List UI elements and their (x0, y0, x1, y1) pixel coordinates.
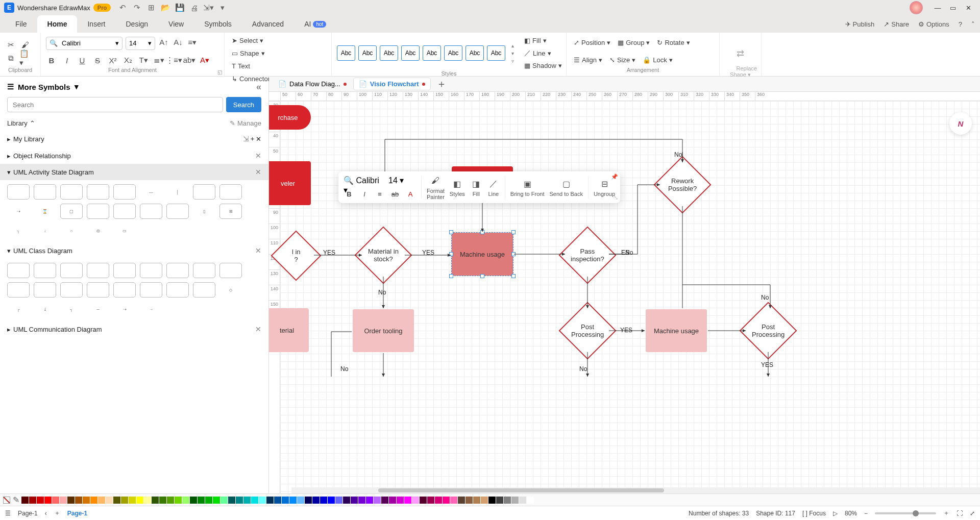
symbol-thumb[interactable]: ○ (60, 223, 83, 238)
menu-home[interactable]: Home (37, 15, 78, 33)
style-preset-3[interactable]: Abc (380, 45, 398, 61)
color-swatch[interactable] (60, 497, 67, 504)
text-tool[interactable]: TText (230, 61, 278, 71)
color-swatch[interactable] (458, 497, 465, 504)
float-bold-icon[interactable]: B (344, 189, 355, 199)
symbol-search-button[interactable]: Search (226, 97, 261, 112)
color-swatch[interactable] (504, 497, 511, 504)
color-swatch[interactable] (21, 497, 29, 504)
color-swatch[interactable] (37, 497, 44, 504)
color-swatch[interactable] (481, 497, 488, 504)
color-swatch[interactable] (90, 497, 97, 504)
float-strike-icon[interactable]: ab (389, 189, 401, 199)
color-swatch[interactable] (335, 497, 342, 504)
shape-partial-2[interactable]: veler (269, 161, 311, 205)
size-dropdown[interactable]: ⤡ Size ▾ (607, 55, 638, 65)
color-swatch[interactable] (106, 497, 113, 504)
symbol-thumb[interactable] (60, 184, 83, 200)
group-dropdown[interactable]: ▦ Group ▾ (616, 38, 652, 47)
symbol-thumb[interactable] (166, 282, 189, 298)
symbol-thumb[interactable] (166, 204, 189, 219)
menu-symbols[interactable]: Symbols (194, 15, 242, 33)
menu-view[interactable]: View (158, 15, 194, 33)
shape-tool[interactable]: ▭Shape▾ (230, 48, 278, 58)
avatar[interactable] (910, 1, 923, 14)
undo-icon[interactable]: ↶ (118, 3, 127, 12)
symbol-thumb[interactable]: ▯ (193, 204, 215, 219)
symbol-thumb[interactable] (219, 184, 242, 200)
symbol-thumb[interactable]: ⊞ (219, 204, 242, 219)
symbol-thumb[interactable]: ▭ (113, 223, 136, 238)
symbol-thumb[interactable] (113, 282, 136, 298)
symbol-thumb[interactable]: → (140, 302, 162, 317)
symbol-thumb[interactable]: ⇢ (7, 204, 30, 219)
symbol-thumb[interactable] (34, 263, 56, 278)
rotate-dropdown[interactable]: ↻ Rotate ▾ (655, 38, 692, 47)
color-swatch[interactable] (98, 497, 105, 504)
cat-object-relationship[interactable]: ▸Object Relationship✕ (0, 147, 268, 164)
text-case-icon[interactable]: T▾ (138, 55, 149, 66)
style-scroll-up-icon[interactable]: ▴ (511, 43, 514, 48)
symbol-thumb[interactable] (87, 204, 109, 219)
color-swatch[interactable] (190, 497, 197, 504)
color-swatch[interactable] (113, 497, 120, 504)
color-swatch[interactable] (374, 497, 381, 504)
symbol-thumb[interactable] (113, 204, 136, 219)
symbol-thumb[interactable]: ◎ (87, 223, 109, 238)
redo-icon[interactable]: ↷ (132, 3, 141, 12)
symbol-thumb[interactable]: │ (166, 184, 189, 200)
print-icon[interactable]: 🖨 (189, 3, 199, 12)
font-size-select[interactable]: 14▾ (126, 37, 155, 50)
float-expand-icon[interactable]: ⤡ (614, 194, 618, 201)
color-swatch[interactable] (205, 497, 212, 504)
cat-uml-activity[interactable]: ▾UML Activity State Diagram✕ (0, 164, 268, 180)
symbol-thumb[interactable] (113, 184, 136, 200)
symbol-thumb[interactable] (87, 282, 109, 298)
color-swatch[interactable] (75, 497, 82, 504)
color-swatch[interactable] (412, 497, 419, 504)
shape-post-processing-2[interactable]: Post Processing (739, 302, 797, 359)
color-swatch[interactable] (198, 497, 205, 504)
add-page-icon[interactable]: ＋ (54, 509, 60, 517)
no-fill-swatch[interactable] (3, 497, 10, 504)
library-label[interactable]: Library (7, 119, 28, 127)
color-swatch[interactable] (243, 497, 251, 504)
symbol-thumb[interactable]: ◇ (219, 282, 242, 298)
play-icon[interactable]: ▷ (833, 510, 838, 517)
style-preset-5[interactable]: Abc (423, 45, 441, 61)
float-bring-front[interactable]: ▣Bring to Front (510, 178, 545, 197)
symbol-thumb[interactable] (140, 204, 162, 219)
manage-link[interactable]: ✎ Manage (230, 119, 261, 127)
symbol-thumb[interactable]: ↓ (34, 223, 56, 238)
comm-close-icon[interactable]: ✕ (255, 325, 261, 333)
symbol-thumb[interactable] (87, 184, 109, 200)
color-swatch[interactable] (343, 497, 350, 504)
close-button[interactable]: ✕ (961, 3, 976, 13)
color-swatch[interactable] (121, 497, 128, 504)
style-preset-1[interactable]: Abc (337, 45, 355, 61)
menu-file[interactable]: File (5, 15, 37, 33)
symbol-thumb[interactable] (140, 263, 162, 278)
cut-icon[interactable]: ✂ (5, 39, 16, 51)
eyedropper-icon[interactable]: ✎ (13, 495, 19, 505)
float-font-select[interactable]: 🔍 Calibri ▾ (344, 176, 384, 187)
symbol-search-input[interactable] (7, 97, 223, 112)
paste-icon[interactable]: 📋▾ (19, 53, 31, 64)
color-swatch-bar[interactable]: ✎ (0, 493, 980, 506)
color-swatch[interactable] (29, 497, 36, 504)
color-swatch[interactable] (266, 497, 274, 504)
bold-icon[interactable]: B (46, 55, 57, 66)
more-quick-icon[interactable]: ▾ (218, 3, 227, 12)
menu-insert[interactable]: Insert (77, 15, 115, 33)
symbol-thumb[interactable]: — (140, 184, 162, 200)
color-swatch[interactable] (305, 497, 312, 504)
style-preset-4[interactable]: Abc (401, 45, 420, 61)
color-swatch[interactable] (44, 497, 52, 504)
symbol-thumb[interactable]: ⇣ (34, 302, 56, 317)
shape-rework[interactable]: Rework Possible? (653, 156, 711, 213)
menu-advanced[interactable]: Advanced (242, 15, 294, 33)
shape-pass-inspection[interactable]: Pass inspection? (558, 226, 616, 284)
color-swatch[interactable] (465, 497, 473, 504)
color-swatch[interactable] (404, 497, 411, 504)
color-swatch[interactable] (427, 497, 434, 504)
